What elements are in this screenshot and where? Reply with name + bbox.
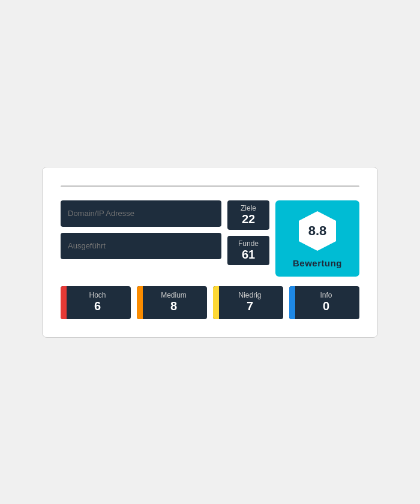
main-row: Ziele 22 Funde 61 8.8 Bewertung: [61, 200, 359, 277]
hoch-content: Hoch 6: [64, 291, 127, 313]
funde-value: 61: [236, 248, 261, 262]
info-value: 0: [296, 299, 356, 313]
ziele-label: Ziele: [236, 204, 261, 212]
executed-input[interactable]: [61, 233, 221, 259]
funde-label: Funde: [236, 239, 261, 248]
info-label: Info: [296, 291, 356, 299]
info-content: Info 0: [293, 291, 356, 313]
severity-medium: Medium 8: [137, 286, 207, 319]
hexagon-wrap: 8.8: [295, 209, 340, 253]
hoch-value: 6: [68, 299, 127, 313]
niedrig-label: Niedrig: [220, 291, 280, 299]
severity-row: Hoch 6 Medium 8 Niedrig 7 Info 0: [61, 286, 359, 319]
hoch-stripe: [61, 286, 67, 319]
medium-value: 8: [144, 299, 203, 313]
main-card: Ziele 22 Funde 61 8.8 Bewertung Hoch: [42, 167, 378, 338]
medium-label: Medium: [144, 291, 203, 299]
funde-stat: Funde 61: [227, 236, 269, 265]
rating-score: 8.8: [308, 223, 327, 239]
niedrig-content: Niedrig 7: [217, 291, 280, 313]
rating-box: 8.8 Bewertung: [275, 200, 359, 277]
rating-label: Bewertung: [293, 258, 342, 268]
medium-stripe: [137, 286, 143, 319]
top-divider: [61, 185, 359, 187]
severity-info: Info 0: [289, 286, 359, 319]
niedrig-stripe: [213, 286, 219, 319]
center-stats: Ziele 22 Funde 61: [227, 200, 269, 277]
info-stripe: [289, 286, 295, 319]
domain-ip-input[interactable]: [61, 200, 221, 227]
severity-hoch: Hoch 6: [61, 286, 131, 319]
severity-niedrig: Niedrig 7: [213, 286, 283, 319]
ziele-stat: Ziele 22: [227, 200, 269, 230]
hoch-label: Hoch: [68, 291, 127, 299]
niedrig-value: 7: [220, 299, 280, 313]
ziele-value: 22: [236, 212, 261, 226]
medium-content: Medium 8: [140, 291, 203, 313]
left-fields: [61, 200, 221, 277]
